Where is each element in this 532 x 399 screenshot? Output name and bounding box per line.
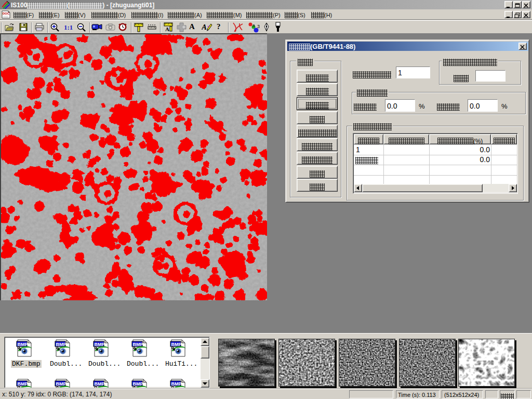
svg-text:BMP: BMP — [18, 342, 28, 347]
svg-text:BMP: BMP — [133, 381, 143, 387]
svg-text:BMP: BMP — [95, 342, 105, 347]
svg-text:3: 3 — [257, 24, 260, 29]
svg-text:a: a — [252, 23, 255, 28]
svg-text:BMP: BMP — [18, 381, 28, 387]
svg-text:A: A — [202, 23, 207, 31]
svg-text:DOC: DOC — [3, 12, 10, 15]
svg-text:BMP: BMP — [171, 381, 182, 387]
svg-text:BMP: BMP — [56, 381, 66, 387]
svg-text:BMP: BMP — [133, 342, 143, 347]
svg-text:BMP: BMP — [56, 342, 66, 347]
svg-text:BMP: BMP — [95, 381, 105, 387]
svg-text:BMP: BMP — [171, 342, 182, 347]
svg-text:A: A — [165, 26, 169, 32]
